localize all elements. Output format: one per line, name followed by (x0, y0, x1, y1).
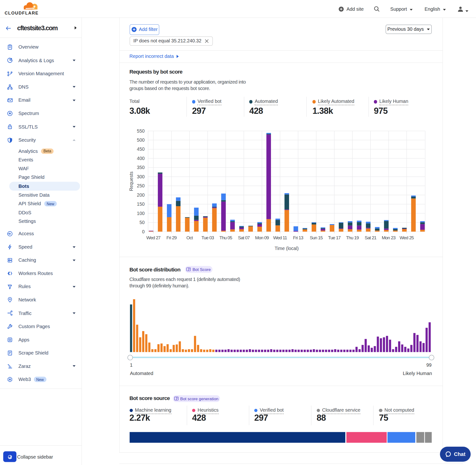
svg-text:Thu 05: Thu 05 (220, 235, 232, 240)
svg-text:200: 200 (137, 192, 145, 198)
svg-text:Oct: Oct (186, 235, 193, 240)
svg-text:Fri 29: Fri 29 (167, 235, 177, 240)
svg-text:100: 100 (137, 211, 145, 216)
svg-text:150: 150 (137, 201, 145, 207)
svg-text:Wed 25: Wed 25 (400, 235, 414, 240)
svg-text:Fri 13: Fri 13 (293, 235, 303, 240)
svg-text:Sun 15: Sun 15 (310, 235, 323, 240)
svg-text:Tue 17: Tue 17 (328, 235, 341, 240)
svg-text:Tue 03: Tue 03 (201, 235, 214, 240)
svg-text:Mon 09: Mon 09 (255, 235, 269, 240)
svg-text:Sat 07: Sat 07 (238, 235, 250, 240)
svg-text:500: 500 (137, 137, 145, 143)
svg-text:Mon 23: Mon 23 (382, 235, 395, 240)
svg-text:400: 400 (137, 156, 145, 161)
svg-text:Time (local): Time (local) (275, 246, 299, 251)
svg-text:450: 450 (137, 147, 145, 152)
svg-text:250: 250 (137, 183, 145, 188)
svg-text:Requests: Requests (128, 171, 134, 191)
svg-text:350: 350 (137, 165, 145, 170)
svg-text:300: 300 (137, 174, 145, 179)
svg-text:0: 0 (142, 229, 145, 234)
svg-text:550: 550 (137, 128, 145, 134)
svg-text:50: 50 (139, 220, 145, 225)
svg-text:Wed 11: Wed 11 (273, 235, 287, 240)
svg-text:Sat 21: Sat 21 (365, 235, 376, 240)
svg-text:Thu 19: Thu 19 (346, 235, 359, 240)
svg-text:Wed 27: Wed 27 (147, 235, 160, 240)
